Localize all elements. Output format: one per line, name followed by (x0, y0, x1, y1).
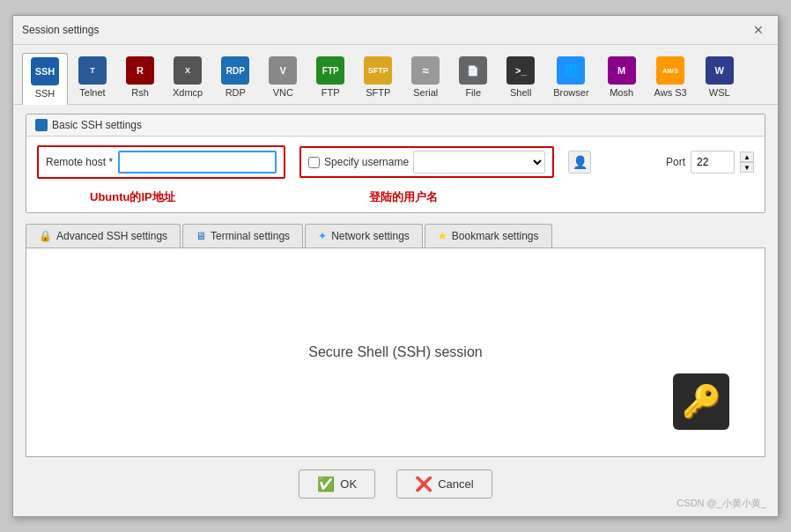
cancel-icon: ❌ (415, 476, 432, 492)
key-emoji: 🔑 (682, 383, 721, 420)
port-group: Port ▲ ▼ (666, 151, 754, 174)
protocol-awss3[interactable]: AWS Aws S3 (647, 52, 695, 104)
protocol-rsh-label: Rsh (131, 87, 149, 98)
rdp-icon: RDP (221, 56, 249, 85)
port-spinner: ▲ ▼ (740, 151, 754, 173)
basic-settings-panel: Basic SSH settings Remote host * Specify… (26, 114, 765, 213)
browser-icon: 🌐 (557, 56, 585, 85)
protocol-browser-label: Browser (553, 87, 588, 98)
protocol-rdp[interactable]: RDP RDP (212, 52, 258, 104)
protocol-shell-label: Shell (510, 87, 531, 98)
protocol-file-label: File (465, 87, 481, 98)
protocol-telnet-label: Telnet (79, 87, 105, 98)
protocol-awss3-label: Aws S3 (654, 87, 687, 98)
tab-bookmark[interactable]: ★ Bookmark settings (425, 224, 552, 248)
remote-host-input[interactable] (118, 151, 277, 174)
protocol-rdp-label: RDP (225, 87, 246, 98)
network-tab-icon: ✦ (318, 230, 327, 242)
rsh-icon: R (126, 56, 154, 85)
port-up-button[interactable]: ▲ (740, 151, 754, 162)
title-bar: Session settings ✕ (13, 16, 778, 45)
tab-terminal[interactable]: 🖥 Terminal settings (182, 224, 303, 248)
bookmark-tab-icon: ★ (438, 230, 447, 242)
wsl-icon: W (706, 56, 734, 85)
sftp-icon: SFTP (364, 56, 392, 85)
xdmcp-icon: X (174, 56, 202, 85)
file-icon: 📄 (459, 56, 487, 85)
tabs-bar: 🔒 Advanced SSH settings 🖥 Terminal setti… (26, 224, 765, 248)
protocol-file[interactable]: 📄 File (450, 52, 496, 104)
protocol-mosh[interactable]: M Mosh (599, 52, 645, 104)
protocol-serial[interactable]: ≈ Serial (403, 52, 448, 104)
session-settings-window: Session settings ✕ SSH SSH T Telnet R Rs… (12, 15, 779, 517)
protocol-ftp-label: FTP (322, 87, 340, 98)
port-down-button[interactable]: ▼ (740, 162, 754, 173)
cancel-label: Cancel (438, 477, 473, 491)
awss3-icon: AWS (656, 56, 684, 85)
main-content: Basic SSH settings Remote host * Specify… (13, 105, 778, 516)
window-title: Session settings (22, 24, 99, 36)
user-annotation: 登陆的用户名 (369, 189, 438, 205)
protocol-wsl-label: WSL (709, 87, 730, 98)
protocol-ssh-label: SSH (35, 88, 55, 99)
terminal-tab-icon: 🖥 (196, 230, 206, 242)
tab-advanced-ssh[interactable]: 🔒 Advanced SSH settings (26, 224, 181, 248)
protocol-wsl[interactable]: W WSL (697, 52, 743, 104)
telnet-icon: T (78, 56, 107, 85)
main-panel: Secure Shell (SSH) session 🔑 (26, 248, 765, 457)
ssh-description: Secure Shell (SSH) session (308, 344, 482, 360)
ok-icon: ✅ (317, 476, 335, 492)
ok-label: OK (340, 477, 357, 491)
protocol-browser[interactable]: 🌐 Browser (545, 52, 596, 104)
specify-username-checkbox[interactable] (308, 157, 320, 168)
ok-button[interactable]: ✅ OK (299, 469, 375, 499)
serial-icon: ≈ (411, 56, 440, 85)
basic-settings-icon (35, 119, 48, 131)
port-input[interactable] (691, 151, 735, 174)
advanced-tab-label: Advanced SSH settings (56, 230, 167, 242)
bookmark-tab-label: Bookmark settings (452, 230, 539, 242)
protocol-xdmcp-label: Xdmcp (173, 87, 203, 98)
protocol-telnet[interactable]: T Telnet (70, 52, 115, 104)
port-label: Port (666, 156, 685, 168)
protocol-sftp-label: SFTP (366, 87, 390, 98)
advanced-tab-icon: 🔒 (39, 230, 52, 242)
shell-icon: >_ (506, 56, 535, 85)
specify-username-label: Specify username (324, 156, 409, 168)
close-button[interactable]: ✕ (748, 21, 769, 39)
footer: ✅ OK ❌ Cancel (26, 457, 765, 507)
basic-settings-tab: Basic SSH settings (26, 115, 765, 137)
mosh-icon: M (608, 56, 636, 85)
ip-annotation: Ubuntu的IP地址 (90, 189, 175, 205)
username-select[interactable] (413, 151, 545, 174)
protocol-vnc[interactable]: V VNC (260, 52, 306, 104)
basic-settings-label: Basic SSH settings (52, 119, 142, 131)
tab-network[interactable]: ✦ Network settings (305, 224, 423, 248)
remote-host-group: Remote host * (37, 145, 285, 179)
protocol-shell[interactable]: >_ Shell (498, 52, 543, 104)
protocol-ssh[interactable]: SSH SSH (22, 53, 68, 105)
protocol-serial-label: Serial (413, 87, 438, 98)
ssh-icon: SSH (31, 57, 59, 85)
protocol-mosh-label: Mosh (610, 87, 633, 98)
username-group: Specify username (299, 146, 554, 178)
protocol-sftp[interactable]: SFTP SFTP (355, 52, 401, 104)
key-icon: 🔑 (673, 373, 729, 430)
protocol-ftp[interactable]: FTP FTP (307, 52, 353, 104)
protocol-rsh[interactable]: R Rsh (117, 52, 163, 104)
network-tab-label: Network settings (331, 230, 410, 242)
watermark: CSDN @_小黄小黄_ (676, 497, 766, 510)
remote-host-label: Remote host * (46, 156, 113, 168)
protocol-vnc-label: VNC (273, 87, 293, 98)
cancel-button[interactable]: ❌ Cancel (396, 469, 492, 499)
required-marker: * (108, 156, 113, 168)
terminal-tab-label: Terminal settings (211, 230, 290, 242)
ftp-icon: FTP (316, 56, 344, 85)
annotation-row: Ubuntu的IP地址 登陆的用户名 (26, 188, 765, 212)
protocol-bar: SSH SSH T Telnet R Rsh X Xdmcp RDP RDP V… (13, 45, 778, 105)
form-row: Remote host * Specify username 👤 Po (26, 137, 765, 188)
vnc-icon: V (269, 56, 297, 85)
protocol-xdmcp[interactable]: X Xdmcp (165, 52, 211, 104)
user-icon-button[interactable]: 👤 (568, 151, 591, 174)
